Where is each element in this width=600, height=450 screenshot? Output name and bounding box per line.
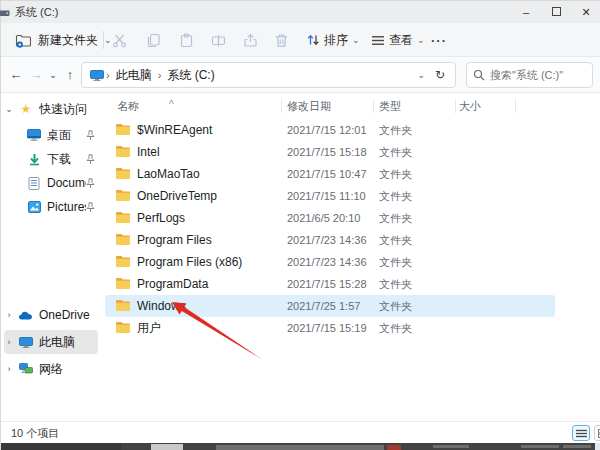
maximize-icon	[552, 7, 561, 16]
sidebar-item-label: 此电脑	[35, 334, 101, 351]
breadcrumb[interactable]: › 此电脑 › 系统 (C:) ⌄ ↻	[81, 62, 456, 88]
folder-icon	[115, 211, 131, 224]
column-divider[interactable]	[455, 99, 456, 113]
column-divider[interactable]	[373, 99, 374, 113]
thumbnail-view-toggle[interactable]	[594, 425, 600, 441]
file-list: ^ 名称 修改日期 类型 大小 $WinREAgent 2021/7/15 12…	[101, 93, 600, 421]
more-options-button[interactable]: ···	[431, 28, 447, 52]
search-box[interactable]	[466, 62, 593, 88]
up-button[interactable]: ↑	[61, 66, 79, 84]
share-button[interactable]	[238, 30, 262, 50]
file-date: 2021/7/23 14:36	[287, 251, 367, 273]
desktop-icon	[25, 129, 43, 141]
paste-button[interactable]	[174, 30, 198, 50]
file-date: 2021/7/15 15:18	[287, 141, 367, 163]
more-icon: ···	[431, 33, 447, 48]
search-icon	[473, 69, 485, 81]
cut-button[interactable]	[107, 30, 131, 50]
delete-button[interactable]	[269, 30, 293, 50]
new-folder-label: 新建文件夹	[38, 32, 98, 49]
history-chevron-icon[interactable]: ⌄	[47, 66, 59, 84]
column-header-name[interactable]: 名称	[117, 99, 139, 114]
documents-icon	[25, 177, 43, 190]
pin-icon	[86, 202, 95, 213]
sidebar-item-documents[interactable]: Documents	[1, 171, 101, 195]
sidebar-item-desktop[interactable]: 桌面	[1, 123, 101, 147]
network-icon	[17, 363, 35, 375]
file-row[interactable]: OneDriveTemp 2021/7/15 11:10 文件夹	[105, 185, 555, 207]
copy-button[interactable]	[141, 30, 165, 50]
back-button[interactable]: ←	[7, 66, 25, 84]
navigation-pane: ⌄ ★ 快速访问 桌面 下载	[1, 93, 101, 421]
file-name: PerfLogs	[137, 207, 185, 229]
file-row[interactable]: Program Files (x86) 2021/7/23 14:36 文件夹	[105, 251, 555, 273]
folder-icon	[115, 299, 131, 312]
column-divider[interactable]	[515, 99, 516, 113]
paste-icon	[179, 33, 194, 48]
file-row[interactable]: LaoMaoTao 2021/7/15 10:47 文件夹	[105, 163, 555, 185]
folder-icon	[115, 145, 131, 158]
file-row-windows-selected[interactable]: Windows 2021/7/25 1:57 文件夹	[105, 295, 555, 317]
file-row[interactable]: Program Files 2021/7/23 14:36 文件夹	[105, 229, 555, 251]
address-bar-row: ← → ⌄ ↑ › 此电脑 › 系统 (C:) ⌄ ↻	[1, 57, 600, 93]
folder-icon	[115, 321, 131, 334]
file-row[interactable]: PerfLogs 2021/6/5 20:10 文件夹	[105, 207, 555, 229]
sidebar-item-label: 快速访问	[35, 101, 101, 118]
view-label: 查看	[389, 32, 413, 49]
breadcrumb-current[interactable]: 系统 (C:)	[163, 67, 218, 84]
delete-icon	[274, 33, 289, 48]
sidebar-item-downloads[interactable]: 下载	[1, 147, 101, 171]
pin-icon	[86, 154, 95, 165]
new-folder-button[interactable]: 新建文件夹 ⌄	[9, 28, 118, 52]
file-type: 文件夹	[379, 251, 412, 273]
chevron-down-icon: ⌄	[352, 35, 360, 45]
forward-button[interactable]: →	[27, 66, 45, 84]
file-type: 文件夹	[379, 229, 412, 251]
title-bar: 系统 (C:) – ✕	[1, 1, 600, 23]
file-row[interactable]: Intel 2021/7/15 15:18 文件夹	[105, 141, 555, 163]
file-type: 文件夹	[379, 163, 412, 185]
maximize-button[interactable]	[541, 1, 571, 23]
chevron-down-icon: ⌄	[417, 35, 425, 45]
file-row[interactable]: $WinREAgent 2021/7/15 12:01 文件夹	[105, 119, 555, 141]
details-view-toggle[interactable]	[572, 425, 590, 441]
sidebar-item-network[interactable]: › 网络	[1, 357, 101, 381]
column-divider[interactable]	[281, 99, 282, 113]
onedrive-icon	[17, 310, 35, 321]
column-headers: ^ 名称 修改日期 类型 大小	[101, 97, 600, 115]
minimize-button[interactable]: –	[511, 1, 541, 23]
sidebar-item-label: 桌面	[43, 127, 86, 144]
file-date: 2021/7/15 15:28	[287, 273, 367, 295]
file-name: $WinREAgent	[137, 119, 212, 141]
file-name: OneDriveTemp	[137, 185, 217, 207]
sidebar-item-label: OneDrive	[35, 308, 101, 322]
quick-access-star-icon: ★	[17, 102, 35, 116]
breadcrumb-separator: ›	[104, 69, 112, 81]
sidebar-item-pictures[interactable]: Pictures	[1, 195, 101, 219]
file-row[interactable]: 用户 2021/7/15 15:19 文件夹	[105, 317, 555, 339]
view-icon	[371, 35, 385, 46]
sidebar-item-onedrive[interactable]: › OneDrive	[1, 303, 101, 327]
rename-button[interactable]	[206, 30, 230, 50]
view-button[interactable]: 查看 ⌄	[371, 28, 425, 52]
sidebar-item-this-pc[interactable]: › 此电脑	[1, 330, 101, 354]
folder-icon	[115, 123, 131, 136]
search-input[interactable]	[490, 69, 586, 81]
sort-button[interactable]: 排序 ⌄	[306, 28, 360, 52]
column-header-type[interactable]: 类型	[379, 99, 401, 114]
file-row[interactable]: ProgramData 2021/7/15 15:28 文件夹	[105, 273, 555, 295]
column-header-size[interactable]: 大小	[459, 99, 481, 114]
breadcrumb-this-pc[interactable]: 此电脑	[112, 67, 156, 84]
sort-label: 排序	[324, 32, 348, 49]
file-type: 文件夹	[379, 185, 412, 207]
pin-icon	[86, 130, 95, 141]
column-header-date[interactable]: 修改日期	[287, 99, 331, 114]
close-button[interactable]: ✕	[571, 1, 600, 23]
refresh-icon[interactable]: ↻	[435, 68, 445, 82]
share-icon	[243, 33, 258, 48]
folder-icon	[115, 189, 131, 202]
sidebar-item-quick-access[interactable]: ⌄ ★ 快速访问	[1, 97, 101, 121]
file-name: LaoMaoTao	[137, 163, 200, 185]
pictures-icon	[25, 201, 43, 213]
address-chevron-icon[interactable]: ⌄	[417, 70, 425, 80]
